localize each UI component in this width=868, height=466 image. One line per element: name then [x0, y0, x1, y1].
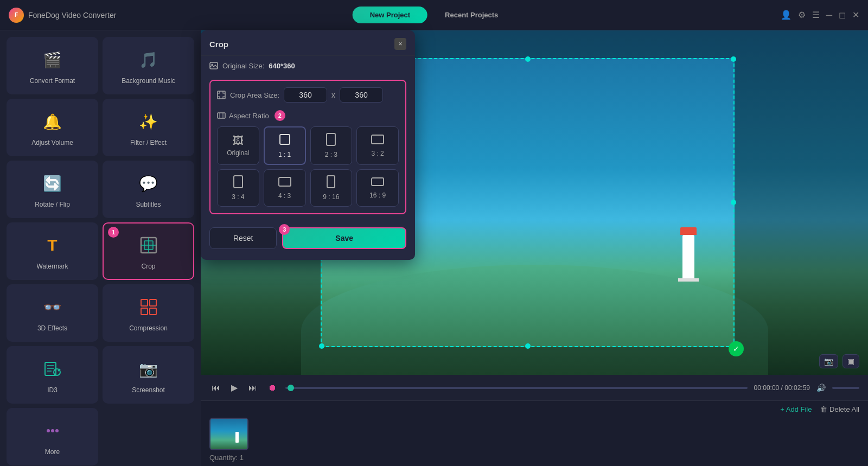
- sidebar-item-3d-effects[interactable]: 👓 3D Effects: [7, 284, 98, 342]
- svg-rect-21: [280, 135, 290, 144]
- menu-icon[interactable]: ☰: [812, 10, 820, 20]
- crop-width-input[interactable]: [284, 87, 327, 103]
- sidebar-item-id3[interactable]: ID3: [7, 346, 98, 404]
- aspect-4-3-icon: [278, 176, 291, 190]
- aspect-3-2[interactable]: 3 : 2: [356, 126, 399, 165]
- sidebar-item-watermark[interactable]: T Watermark: [7, 222, 98, 280]
- rotate-flip-icon: 🔄: [40, 170, 66, 196]
- svg-point-15: [51, 429, 54, 432]
- crop-handle-br[interactable]: ✓: [731, 343, 736, 349]
- sidebar-item-rotate-flip[interactable]: 🔄 Rotate / Flip: [7, 161, 98, 218]
- modal-title: Crop: [209, 40, 228, 49]
- crop-handle-tc[interactable]: [525, 56, 531, 62]
- svg-point-16: [55, 429, 59, 432]
- aspect-ratio-badge: 2: [275, 110, 285, 121]
- screenshot-icon: 📷: [136, 356, 162, 382]
- watermark-icon: T: [40, 232, 66, 258]
- crop-modal: Crop × Original Size: 640*360 Crop Area …: [201, 30, 415, 260]
- aspect-16-9[interactable]: 16 : 9: [356, 169, 399, 207]
- sidebar-item-compression[interactable]: Compression: [103, 284, 194, 342]
- convert-format-icon: 🎬: [40, 47, 66, 73]
- modal-close-button[interactable]: ×: [394, 38, 406, 50]
- sidebar-item-label-screenshot: Screenshot: [132, 386, 165, 394]
- svg-rect-4: [141, 299, 148, 306]
- settings-icon[interactable]: ⚙: [798, 10, 806, 20]
- camera-button[interactable]: 📷: [819, 354, 838, 368]
- aspect-2-3[interactable]: 2 : 3: [310, 126, 353, 165]
- tab-bar: New Project Recent Projects: [353, 7, 516, 23]
- crop-confirm-icon[interactable]: ✓: [729, 341, 744, 356]
- aspect-ratio-label-text: Aspect Ratio: [229, 112, 269, 120]
- main-content: 🎬 Convert Format 🎵 Background Music 🔔 Ad…: [0, 30, 868, 466]
- sidebar-item-more[interactable]: More: [7, 408, 98, 465]
- subtitles-icon: 💬: [136, 170, 162, 196]
- original-size-value: 640*360: [269, 62, 295, 70]
- aspect-3-4-label: 3 : 4: [232, 193, 244, 201]
- add-file-button[interactable]: + Add File: [780, 405, 812, 413]
- sidebar-item-filter-effect[interactable]: ✨ Filter / Effect: [103, 99, 194, 156]
- reset-button[interactable]: Reset: [209, 227, 277, 249]
- minimize-icon[interactable]: ─: [826, 10, 832, 20]
- image-icon: [209, 61, 218, 70]
- maximize-icon[interactable]: ◻: [839, 10, 846, 20]
- adjust-volume-icon: 🔔: [40, 108, 66, 135]
- skip-forward-button[interactable]: ⏭: [246, 381, 259, 395]
- aspect-16-9-label: 16 : 9: [369, 191, 386, 199]
- file-thumbnail[interactable]: [209, 418, 248, 450]
- quantity-label: Quantity: 1: [209, 454, 859, 462]
- svg-rect-3: [144, 241, 153, 250]
- aspect-grid: 🖼 Original 1 : 1 2 : 3: [217, 126, 399, 207]
- aspect-button[interactable]: ▣: [843, 354, 859, 368]
- crop-handle-bc[interactable]: [525, 343, 531, 349]
- sidebar-item-convert-format[interactable]: 🎬 Convert Format: [7, 37, 98, 94]
- sidebar-item-label-id3: ID3: [47, 386, 58, 394]
- close-icon[interactable]: ✕: [852, 10, 859, 20]
- aspect-ratio-section: Aspect Ratio 2: [217, 110, 399, 121]
- sidebar-item-crop[interactable]: 1 Crop: [103, 222, 194, 280]
- aspect-1-1-icon: [278, 133, 291, 149]
- crop-icon: [136, 232, 162, 258]
- user-icon[interactable]: 👤: [781, 10, 792, 20]
- svg-rect-20: [218, 113, 225, 118]
- aspect-1-1[interactable]: 1 : 1: [264, 126, 306, 165]
- crop-handle-tr[interactable]: [731, 56, 736, 62]
- modal-footer: Reset 3 Save: [201, 219, 415, 249]
- filter-effect-icon: ✨: [136, 108, 162, 135]
- compression-icon: [136, 294, 162, 320]
- volume-icon[interactable]: 🔊: [816, 384, 826, 392]
- sidebar: 🎬 Convert Format 🎵 Background Music 🔔 Ad…: [0, 30, 201, 466]
- record-button[interactable]: ⏺: [266, 381, 279, 395]
- sidebar-item-screenshot[interactable]: 📷 Screenshot: [103, 346, 194, 404]
- aspect-9-16[interactable]: 9 : 16: [310, 169, 353, 207]
- crop-handle-mr[interactable]: [731, 200, 736, 205]
- aspect-3-4[interactable]: 3 : 4: [217, 169, 259, 207]
- sidebar-item-label-convert: Convert Format: [30, 77, 75, 85]
- id3-icon: [40, 356, 66, 382]
- file-actions: + Add File 🗑 Delete All: [209, 405, 859, 413]
- crop-height-input[interactable]: [340, 87, 383, 103]
- svg-point-14: [47, 429, 50, 432]
- aspect-original[interactable]: 🖼 Original: [217, 126, 259, 165]
- delete-all-button[interactable]: 🗑 Delete All: [820, 405, 859, 413]
- more-icon: [40, 418, 66, 444]
- play-button[interactable]: ▶: [229, 380, 240, 395]
- sidebar-item-subtitles[interactable]: 💬 Subtitles: [103, 161, 194, 218]
- time-display: 00:00:00 / 00:02:59: [754, 384, 810, 392]
- tab-new-project[interactable]: New Project: [353, 7, 427, 23]
- sidebar-item-adjust-volume[interactable]: 🔔 Adjust Volume: [7, 99, 98, 156]
- sidebar-item-label-filter: Filter / Effect: [130, 139, 167, 146]
- skip-back-button[interactable]: ⏮: [209, 381, 222, 395]
- svg-rect-26: [327, 176, 335, 188]
- volume-bar[interactable]: [832, 387, 859, 389]
- aspect-4-3[interactable]: 4 : 3: [264, 169, 306, 207]
- progress-bar[interactable]: [285, 387, 748, 389]
- svg-rect-22: [327, 133, 335, 145]
- svg-rect-19: [218, 91, 225, 99]
- tab-recent-projects[interactable]: Recent Projects: [427, 7, 515, 23]
- sidebar-item-background-music[interactable]: 🎵 Background Music: [103, 37, 194, 94]
- svg-rect-25: [279, 177, 291, 186]
- svg-rect-5: [150, 299, 156, 306]
- file-list-area: + Add File 🗑 Delete All Quantity: 1: [201, 400, 868, 466]
- save-button[interactable]: 3 Save: [282, 227, 406, 249]
- video-controls: ⏮ ▶ ⏭ ⏺ 00:00:00 / 00:02:59 🔊: [201, 375, 868, 400]
